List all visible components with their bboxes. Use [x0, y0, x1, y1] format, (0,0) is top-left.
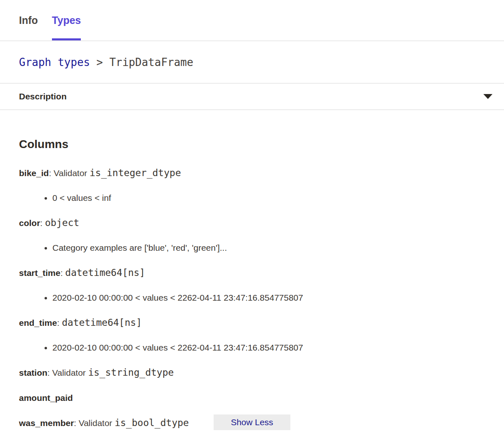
show-less-button[interactable]: Show Less [214, 414, 290, 430]
column-constraints: Category examples are ['blue', 'red', 'g… [19, 242, 485, 254]
breadcrumb-current: TripDataFrame [109, 56, 193, 68]
column-name: station [19, 368, 47, 377]
column-name: color [19, 218, 40, 228]
tab-bar: Info Types [0, 0, 504, 41]
column-type: object [45, 217, 79, 228]
tab-types-label: Types [52, 14, 81, 26]
breadcrumb-parent-link[interactable]: Graph types [19, 56, 90, 68]
columns-section: Columns bike_id: Validator is_integer_dt… [0, 137, 504, 429]
column-prefix: : Validator [74, 418, 115, 428]
constraint-item: Category examples are ['blue', 'red', 'g… [52, 242, 485, 254]
column-prefix: : Validator [49, 168, 89, 178]
column-entry-station: station: Validator is_string_dtype [19, 367, 485, 379]
column-entry-amount-paid: amount_paid [19, 392, 485, 404]
types-page: Info Types Graph types > TripDataFrame D… [0, 0, 504, 438]
column-prefix: : [40, 218, 45, 228]
tab-info-label: Info [19, 14, 38, 26]
column-constraints: 0 < values < inf [19, 192, 485, 204]
columns-heading: Columns [19, 137, 485, 152]
column-prefix: : [57, 318, 62, 327]
column-constraints: 2020-02-10 00:00:00 < values < 2262-04-1… [19, 342, 485, 353]
column-entry-bike-id: bike_id: Validator is_integer_dtype [19, 167, 485, 179]
column-constraints: 2020-02-10 00:00:00 < values < 2262-04-1… [19, 292, 485, 304]
breadcrumb: Graph types > TripDataFrame [0, 41, 504, 84]
column-type: is_integer_dtype [89, 167, 181, 178]
column-type: is_bool_dtype [115, 417, 189, 428]
column-type: datetime64[ns] [65, 267, 145, 278]
column-entry-start-time: start_time: datetime64[ns] [19, 267, 485, 279]
column-name: amount_paid [19, 393, 73, 403]
column-type: datetime64[ns] [62, 317, 142, 328]
column-name: bike_id [19, 168, 49, 178]
column-type: is_string_dtype [88, 367, 174, 378]
column-name: start_time [19, 268, 60, 278]
constraint-item: 2020-02-10 00:00:00 < values < 2262-04-1… [52, 342, 485, 353]
tab-types[interactable]: Types [52, 0, 81, 40]
column-entry-end-time: end_time: datetime64[ns] [19, 317, 485, 329]
column-name: end_time [19, 318, 57, 327]
column-prefix: : Validator [47, 368, 88, 377]
breadcrumb-separator: > [90, 56, 109, 68]
constraint-item: 0 < values < inf [52, 192, 485, 204]
tab-info[interactable]: Info [19, 0, 38, 40]
description-title: Description [19, 92, 67, 101]
column-name: was_member [19, 418, 74, 428]
column-entry-color: color: object [19, 217, 485, 229]
column-prefix: : [60, 268, 65, 278]
description-toggle[interactable]: Description [0, 84, 504, 110]
chevron-down-icon[interactable] [483, 94, 492, 99]
constraint-item: 2020-02-10 00:00:00 < values < 2262-04-1… [52, 292, 485, 304]
